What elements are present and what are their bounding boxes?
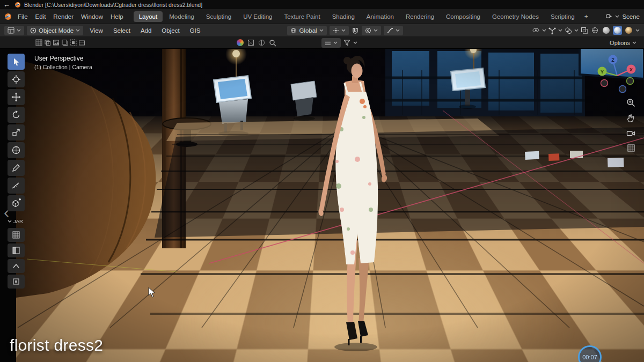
menu-select[interactable]: Select: [109, 27, 134, 34]
menu-help[interactable]: Help: [107, 12, 127, 21]
menu-object[interactable]: Object: [158, 27, 183, 34]
menu-gis[interactable]: GIS: [186, 27, 204, 34]
jar-panel-button[interactable]: [8, 243, 25, 257]
view-layer-dropdown[interactable]: [321, 38, 341, 48]
shading-material-button[interactable]: [613, 26, 622, 35]
collection-context-label: (1) Collection | Camera: [34, 64, 92, 70]
menu-file[interactable]: File: [14, 12, 32, 21]
tool-annotate[interactable]: [8, 160, 25, 176]
chevron-down-icon[interactable]: [542, 29, 546, 32]
falloff-dropdown[interactable]: [384, 26, 403, 35]
tab-scripting[interactable]: Scripting: [545, 11, 580, 22]
jar-window-button[interactable]: [8, 275, 25, 289]
tab-rendering[interactable]: Rendering: [400, 11, 440, 22]
tab-sculpting[interactable]: Sculpting: [201, 11, 237, 22]
visibility-icon[interactable]: [532, 27, 540, 34]
menu-view[interactable]: View: [86, 27, 107, 34]
tab-uv-editing[interactable]: UV Editing: [238, 11, 277, 22]
blender-menu-icon[interactable]: [4, 13, 12, 20]
tab-shading[interactable]: Shading: [327, 11, 360, 22]
tab-geometry-nodes[interactable]: Geometry Nodes: [487, 11, 544, 22]
navigation-gizmo[interactable]: Z X Y: [596, 52, 636, 93]
tab-animation[interactable]: Animation: [361, 11, 399, 22]
menu-edit[interactable]: Edit: [32, 12, 50, 21]
copy-icon[interactable]: [61, 39, 68, 46]
chevron-down-icon[interactable]: [353, 41, 357, 45]
tool-transform[interactable]: [8, 142, 25, 158]
reception-desk[interactable]: [16, 60, 156, 298]
chevron-down-icon: [17, 29, 21, 32]
grid-select-icon[interactable]: [70, 39, 77, 46]
mask-icon[interactable]: [258, 39, 265, 46]
gizmos-icon[interactable]: [548, 27, 556, 34]
axis-neg-x[interactable]: [601, 80, 608, 87]
tool-add-cube[interactable]: [8, 195, 25, 211]
tool-shelf: JAR: [8, 54, 25, 290]
scene-name[interactable]: Scene: [622, 13, 640, 20]
scene-icon[interactable]: [605, 13, 612, 20]
camera-view-icon[interactable]: [626, 129, 635, 137]
axis-neg-y[interactable]: [627, 78, 634, 85]
chevron-down-icon[interactable]: [574, 29, 579, 32]
scene-selector: Scene: [605, 13, 640, 20]
tool-rotate[interactable]: [8, 107, 25, 123]
layers-icon[interactable]: [44, 39, 51, 46]
scene-objects: [16, 49, 644, 362]
tool-measure[interactable]: [8, 178, 25, 194]
orientation-label: Global: [299, 27, 317, 34]
filter-icon[interactable]: [343, 39, 350, 46]
tab-modeling[interactable]: Modeling: [164, 11, 200, 22]
overlays-icon[interactable]: [565, 27, 572, 34]
options-button[interactable]: Options: [610, 40, 639, 46]
tab-compositing[interactable]: Compositing: [441, 11, 486, 22]
jar-grid-button[interactable]: [8, 228, 25, 242]
search-icon[interactable]: [269, 39, 276, 47]
texture-icon[interactable]: [247, 39, 254, 46]
header-icon-cluster: [35, 39, 85, 46]
proportional-edit-dropdown[interactable]: [362, 26, 381, 35]
chevron-down-icon: [8, 220, 12, 223]
menu-add[interactable]: Add: [137, 27, 155, 34]
tab-texture-paint[interactable]: Texture Paint: [279, 11, 326, 22]
add-workspace-button[interactable]: +: [581, 11, 591, 22]
material-preview-icon[interactable]: [237, 39, 244, 46]
jar-roof-button[interactable]: [8, 259, 25, 273]
3d-viewport[interactable]: ‹ JAR User Perspective (1) Colle: [0, 49, 644, 362]
xray-icon[interactable]: [581, 27, 588, 34]
box-icon[interactable]: [78, 39, 85, 46]
chevron-down-icon: [333, 41, 338, 45]
shading-rendered-button[interactable]: [624, 26, 633, 35]
tool-cursor[interactable]: [8, 71, 25, 87]
overlay-icon-cluster: [237, 39, 276, 47]
shading-solid-button[interactable]: [602, 26, 611, 35]
magnet-icon[interactable]: [352, 27, 359, 34]
chevron-down-icon[interactable]: [558, 29, 562, 32]
kiosk-center[interactable]: [291, 81, 317, 121]
ortho-grid-icon[interactable]: [627, 144, 635, 152]
tool-move[interactable]: [8, 89, 25, 105]
back-arrow-icon[interactable]: ←: [3, 1, 10, 8]
orientation-dropdown[interactable]: Global: [287, 26, 326, 35]
menu-window[interactable]: Window: [77, 12, 107, 21]
tab-layout[interactable]: Layout: [134, 11, 163, 22]
chevron-down-icon[interactable]: [615, 15, 619, 18]
titlebar: ← Blender [C:\Users\diyon\Downloads\Cgtr…: [0, 0, 644, 9]
snap-target-dropdown[interactable]: [330, 26, 349, 35]
mode-dropdown[interactable]: Object Mode: [27, 26, 83, 35]
menubar: File Edit Render Window Help Layout Mode…: [0, 9, 644, 24]
pan-hand-icon[interactable]: [626, 114, 635, 123]
chevron-down-icon[interactable]: [635, 29, 640, 32]
axis-neg-z[interactable]: [619, 86, 626, 93]
chevron-down-icon: [76, 29, 80, 32]
tool-scale[interactable]: [8, 124, 25, 141]
shading-wireframe-button[interactable]: [590, 26, 599, 35]
tool-select-box[interactable]: [8, 54, 25, 70]
image-icon[interactable]: [53, 39, 60, 46]
editor-type-button[interactable]: [4, 26, 24, 35]
jar-panel-tab[interactable]: JAR: [8, 218, 25, 224]
3d-viewport-canvas[interactable]: [16, 49, 644, 362]
menu-render[interactable]: Render: [49, 12, 77, 21]
grid-icon[interactable]: [35, 39, 42, 46]
zoom-icon[interactable]: [626, 98, 635, 107]
chevron-down-icon: [632, 41, 636, 45]
